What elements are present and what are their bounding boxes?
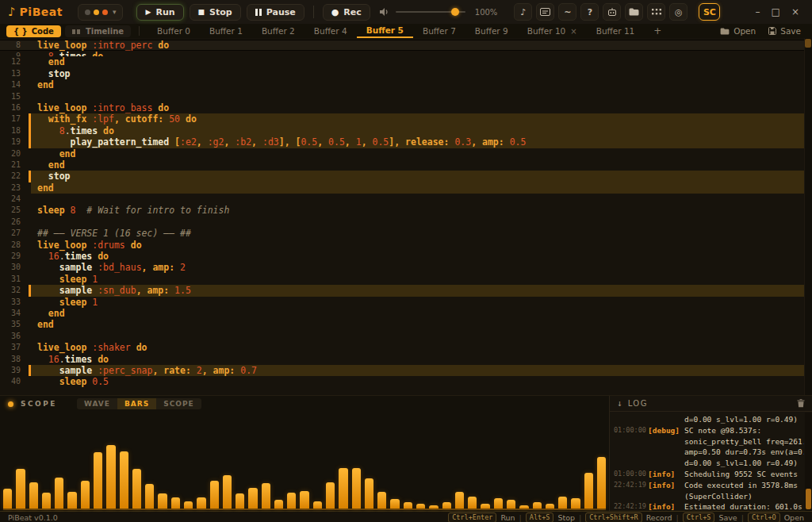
editor-scrollbar[interactable] (804, 38, 812, 395)
clear-log-trash-icon[interactable] (797, 399, 805, 408)
tab-buffer-1[interactable]: Buffer 1 (200, 24, 252, 38)
code-line[interactable]: 22 stop (0, 171, 812, 182)
tilde-button[interactable]: ~ (558, 3, 576, 21)
tab-timeline[interactable]: Timeline (65, 25, 131, 37)
token-k: , (197, 136, 208, 148)
line-number: 30 (0, 262, 29, 273)
log-title: LOG (628, 399, 648, 408)
code-line[interactable]: 24 (0, 194, 812, 205)
code-line[interactable]: 29 16.times do (0, 251, 812, 262)
code-line[interactable]: 18 8.times do (0, 125, 812, 136)
volume-slider[interactable] (396, 11, 465, 13)
tab-buffer-0[interactable]: Buffer 0 (147, 24, 200, 38)
line-number: 34 (0, 308, 29, 319)
line-number: 16 (0, 102, 29, 113)
code-line[interactable]: 12 end (0, 56, 812, 67)
tab-buffer-4[interactable]: Buffer 4 (304, 24, 357, 38)
line-number: 28 (0, 240, 29, 251)
log-message: (SuperCollider) (684, 491, 753, 502)
target-button[interactable]: ◎ (669, 3, 688, 21)
code-line[interactable]: 30 sample :bd_haus, amp: 2 (0, 262, 812, 273)
new-buffer-button[interactable]: + (644, 24, 671, 38)
log-scrollbar-thumb[interactable] (806, 489, 811, 509)
code-line[interactable]: 25sleep 8 # Wait for intro to finish (0, 205, 812, 216)
scope-bar (223, 475, 232, 509)
tab-code[interactable]: { } Code (6, 25, 61, 37)
code-line[interactable]: 21 end (0, 159, 812, 171)
code-line[interactable]: 16live_loop :intro_bass do (0, 102, 812, 113)
token-s: :perc_snap (92, 365, 152, 376)
code-line[interactable]: 20 end (0, 148, 812, 159)
robot-button[interactable] (603, 3, 621, 21)
code-editor[interactable]: 8live_loop :intro_perc do9 8.times do12 … (0, 38, 812, 395)
folder-button[interactable] (625, 3, 643, 21)
code-line[interactable]: 31 sleep 1 (0, 274, 812, 285)
code-line[interactable]: 35end (0, 319, 812, 330)
viz-tab-bars[interactable]: BARS (117, 398, 156, 409)
code-line[interactable]: 34 end (0, 308, 812, 319)
token-n: 16 (37, 354, 59, 365)
editor-scrollbar-thumb[interactable] (805, 39, 811, 48)
console-button[interactable] (536, 3, 554, 21)
open-button[interactable]: Open (720, 26, 756, 36)
code-line[interactable]: 26 (0, 217, 812, 228)
pattern-selector-dropdown[interactable]: ▾ (78, 4, 124, 21)
run-button[interactable]: ▶ Run (136, 4, 183, 21)
code-text: with_fx :lpf, cutoff: 50 do (31, 113, 197, 125)
music-note-button[interactable]: ♪ (514, 3, 532, 21)
tab-buffer-9[interactable]: Buffer 9 (465, 24, 518, 38)
code-line[interactable]: 14end (0, 79, 812, 90)
tab-buffer-7[interactable]: Buffer 7 (413, 24, 465, 38)
viz-tab-scope[interactable]: SCOPE (156, 398, 201, 409)
code-text: sleep 1 (31, 274, 98, 285)
pause-button[interactable]: Pause (247, 4, 304, 21)
scope-bar (94, 452, 102, 509)
tab-buffer-10[interactable]: Buffer 10× (518, 24, 587, 38)
code-line[interactable]: 33 sleep 1 (0, 297, 812, 308)
grid-button[interactable] (647, 3, 665, 21)
viz-tab-wave[interactable]: WAVE (77, 398, 117, 409)
stop-button[interactable]: ■ Stop (190, 4, 241, 21)
kbd-chip: Ctrl+Shift+R (585, 512, 642, 522)
code-line[interactable]: 17 with_fx :lpf, cutoff: 50 do (0, 113, 812, 125)
code-line[interactable]: 13 stop (0, 68, 812, 79)
speaker-icon (379, 7, 389, 17)
minimize-button[interactable]: – (756, 6, 760, 17)
line-number: 20 (0, 148, 29, 159)
tab-buffer-2[interactable]: Buffer 2 (252, 24, 304, 38)
scroll-down-icon[interactable]: ↓ (617, 398, 622, 409)
code-text: end (31, 319, 54, 330)
close-tab-icon[interactable]: × (570, 27, 576, 36)
code-line[interactable]: 23end (0, 182, 812, 194)
log-scrollbar[interactable] (805, 413, 812, 511)
code-line[interactable]: 9 8.times do (0, 51, 812, 56)
help-button[interactable]: ? (580, 3, 599, 21)
code-line[interactable]: 36 (0, 331, 812, 342)
grid-icon (652, 9, 661, 16)
tab-buffer-11[interactable]: Buffer 11 (587, 24, 645, 38)
supercollider-button[interactable]: SC (699, 3, 720, 21)
scope-bar (106, 445, 115, 509)
scope-bar (300, 491, 308, 509)
save-button[interactable]: Save (768, 26, 801, 36)
code-line[interactable]: 37live_loop :shaker do (0, 342, 812, 353)
tab-buffer-5[interactable]: Buffer 5 (357, 24, 413, 38)
code-line[interactable]: 15 (0, 91, 812, 102)
close-button[interactable]: × (791, 6, 799, 17)
code-line[interactable]: 39 sample :perc_snap, rate: 2, amp: 0.7 (0, 365, 812, 376)
token-k: do (92, 251, 109, 262)
code-line[interactable]: 27## —— VERSE 1 (16 sec) —— ## (0, 228, 812, 239)
scope-bar (287, 493, 296, 509)
record-button[interactable]: ● Rec (323, 4, 370, 21)
code-line[interactable]: 32 sample :sn_dub, amp: 1.5 (0, 285, 812, 296)
code-line[interactable]: 40 sleep 0.5 (0, 376, 812, 387)
token-n: 8 (37, 125, 65, 136)
code-line[interactable]: 19 play_pattern_timed [:e2, :g2, :b2, :d… (0, 136, 812, 148)
log-message: Estimated duration: 601.0s (684, 501, 802, 511)
scope-bar (132, 469, 141, 509)
code-line[interactable]: 38 16.times do (0, 354, 812, 365)
code-line[interactable]: 8live_loop :intro_perc do (0, 40, 812, 51)
maximize-button[interactable]: □ (772, 6, 780, 17)
volume-slider-knob[interactable] (451, 8, 459, 16)
code-line[interactable]: 28live_loop :drums do (0, 240, 812, 251)
